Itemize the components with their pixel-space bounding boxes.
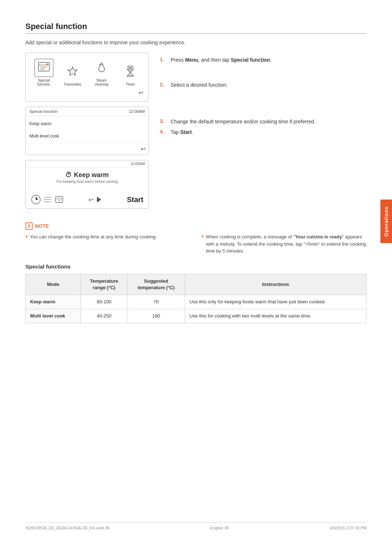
td-instructions-1: Use this only for keeping foods warm tha… bbox=[185, 295, 366, 309]
step-1-num: 1. bbox=[160, 56, 167, 64]
note-icon: B bbox=[25, 222, 33, 230]
screen3-mode-name: Keep warm bbox=[74, 171, 109, 179]
note-right: • When cooking is complete, a message of… bbox=[201, 222, 367, 255]
step-3-num: 3. bbox=[160, 118, 167, 126]
screen2-item-keepwarm[interactable]: Keep warm bbox=[29, 119, 145, 128]
th-temp-range: Temperaturerange (°C) bbox=[81, 274, 127, 295]
special-function-icon bbox=[37, 61, 51, 74]
note-section: B NOTE • You can change the cooking time… bbox=[25, 222, 367, 255]
td-instructions-2: Use this for cooking with two multi leve… bbox=[185, 309, 366, 323]
td-temp-range-1: 60-100 bbox=[81, 295, 127, 309]
td-temp-range-2: 40-250 bbox=[81, 309, 127, 323]
icon-steam-cleaning[interactable]: Steamcleaning bbox=[92, 59, 111, 86]
step-4: 4. Tap Start. bbox=[160, 128, 367, 136]
screen3-desc: For keeping food warm before serving bbox=[31, 180, 143, 184]
steam-cleaning-icon bbox=[95, 61, 109, 74]
icon-label-timer: Timer bbox=[126, 82, 135, 86]
step-2-text: Select a desired function. bbox=[171, 81, 228, 89]
bullet-dot-right: • bbox=[201, 233, 204, 255]
section-divider bbox=[25, 33, 367, 34]
td-suggested-2: 180 bbox=[127, 309, 185, 323]
th-suggested: Suggestedtemperature (°C) bbox=[127, 274, 185, 295]
temp-icon-2 bbox=[42, 194, 53, 205]
start-label: Start bbox=[127, 196, 143, 204]
td-mode-1: Keep warm bbox=[26, 295, 81, 309]
note-text-left: You can change the cooking time at any t… bbox=[30, 233, 157, 241]
start-button[interactable]: Start bbox=[127, 196, 143, 204]
temp-icons bbox=[31, 194, 64, 205]
note-bullet-left: • You can change the cooking time at any… bbox=[25, 233, 191, 241]
icon-label-fav: Favourites bbox=[64, 82, 81, 86]
step-2-num: 2. bbox=[160, 81, 167, 89]
svg-point-7 bbox=[128, 75, 132, 76]
step-2: 2. Select a desired function. bbox=[160, 81, 367, 89]
icon-special-function[interactable]: Specialfunction bbox=[34, 59, 53, 86]
step-1: 1. Press Menu, and then tap Special func… bbox=[160, 56, 367, 64]
favourites-icon bbox=[66, 65, 79, 78]
screen2-item-multilevel[interactable]: Multi level cook bbox=[29, 131, 145, 141]
side-tab: Operations bbox=[380, 200, 392, 243]
screen3: 12:00AM ⏱ Keep warm For keeping food war… bbox=[25, 160, 149, 209]
svg-marker-5 bbox=[68, 67, 77, 75]
screen1-back: ↩ bbox=[29, 89, 145, 98]
page-title: Special function bbox=[25, 22, 367, 31]
footer-file: NQ50J9530_EE_DE68-04354E-00_EN.indd 39 bbox=[25, 526, 109, 530]
screen3-footer: ↩ Start bbox=[26, 192, 148, 208]
screen3-header: 12:00AM bbox=[26, 160, 148, 168]
footer-content: NQ50J9530_EE_DE68-04354E-00_EN.indd 39 E… bbox=[25, 526, 367, 530]
td-suggested-1: 70 bbox=[127, 295, 185, 309]
note-label: NOTE bbox=[35, 223, 49, 229]
icons-row: Specialfunction Favourites bbox=[29, 59, 145, 86]
svg-rect-6 bbox=[128, 66, 133, 67]
icon-label-steam: Steamcleaning bbox=[95, 78, 108, 86]
step-3: 3. Change the default temperature and/or… bbox=[160, 118, 367, 126]
screen3-back-arrow[interactable]: ↩ bbox=[89, 196, 93, 203]
screen2-header: Special function 12:00AM bbox=[26, 107, 148, 116]
page-footer: NQ50J9530_EE_DE68-04354E-00_EN.indd 39 E… bbox=[0, 522, 392, 530]
functions-table: Mode Temperaturerange (°C) Suggestedtemp… bbox=[25, 274, 367, 324]
td-mode-2: Multi level cook bbox=[26, 309, 81, 323]
screen2-time: 12:00AM bbox=[129, 109, 145, 114]
screen2-title: Special function bbox=[29, 109, 58, 114]
note-bullet-right: • When cooking is complete, a message of… bbox=[201, 233, 367, 255]
screen3-mode-icon: ⏱ bbox=[65, 171, 72, 179]
th-instructions: Instructions bbox=[185, 274, 366, 295]
forward-arrow-icon bbox=[95, 196, 103, 204]
footer-date: 3/3/2015 2:27:29 PM bbox=[330, 526, 367, 530]
footer-page-info: English 39 bbox=[210, 526, 229, 530]
step-1-text: Press Menu, and then tap Special functio… bbox=[171, 56, 271, 64]
main-content: Specialfunction Favourites bbox=[25, 53, 367, 214]
footer-line bbox=[25, 522, 367, 523]
step-3-text: Change the default temperature and/or co… bbox=[171, 118, 315, 126]
screen3-body: ⏱ Keep warm For keeping food warm before… bbox=[26, 168, 148, 192]
note-left: B NOTE • You can change the cooking time… bbox=[25, 222, 191, 255]
special-functions-subtitle: Special functions bbox=[25, 263, 367, 270]
icon-timer[interactable]: Timer bbox=[121, 63, 140, 86]
th-mode: Mode bbox=[26, 274, 81, 295]
page: Operations Special function Add special … bbox=[0, 0, 392, 541]
screen2-back-arrow[interactable]: ↩ bbox=[141, 146, 146, 152]
subtitle: Add special or additional functions to i… bbox=[25, 40, 367, 45]
note-title: B NOTE bbox=[25, 222, 191, 230]
icon-favourites[interactable]: Favourites bbox=[63, 63, 82, 86]
note-text-right: When cooking is complete, a message of "… bbox=[206, 233, 367, 255]
step-4-num: 4. bbox=[160, 128, 167, 136]
svg-rect-12 bbox=[56, 197, 63, 202]
screen2: Special function 12:00AM Keep warm Multi… bbox=[25, 107, 149, 155]
back-arrow-icon[interactable]: ↩ bbox=[139, 89, 143, 96]
screen3-time: 12:00AM bbox=[130, 162, 145, 166]
table-row: Multi level cook 40-250 180 Use this for… bbox=[26, 309, 367, 323]
left-column: Specialfunction Favourites bbox=[25, 53, 149, 214]
temp-icon-3 bbox=[54, 194, 64, 205]
screen3-nav: ↩ bbox=[89, 196, 103, 204]
table-header-row: Mode Temperaturerange (°C) Suggestedtemp… bbox=[26, 274, 367, 295]
right-column: 1. Press Menu, and then tap Special func… bbox=[160, 53, 367, 214]
screen2-body: Keep warm Multi level cook bbox=[26, 116, 148, 144]
table-row: Keep warm 60-100 70 Use this only for ke… bbox=[26, 295, 367, 309]
icon-label-sf: Specialfunction bbox=[37, 78, 50, 86]
screen3-mode: ⏱ Keep warm bbox=[31, 171, 143, 179]
screen2-back: ↩ bbox=[26, 144, 148, 155]
step-4-text: Tap Start. bbox=[171, 128, 193, 136]
timer-icon bbox=[123, 65, 137, 78]
svg-marker-15 bbox=[97, 197, 101, 202]
